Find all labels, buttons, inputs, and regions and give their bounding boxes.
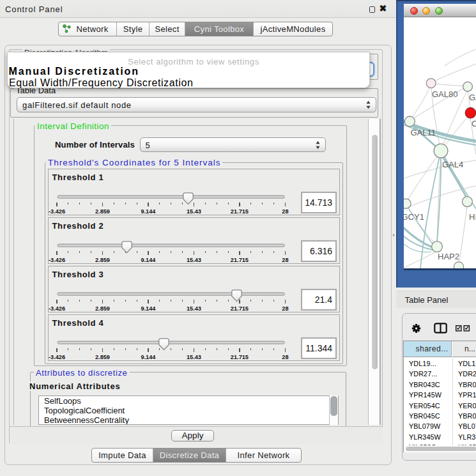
svg-text:2.859: 2.859 [95, 354, 110, 360]
svg-text:9.144: 9.144 [141, 354, 156, 360]
svg-text:28: 28 [282, 208, 288, 215]
svg-text:15.43: 15.43 [187, 305, 201, 312]
svg-text:-3.426: -3.426 [49, 257, 65, 263]
svg-text:9.144: 9.144 [141, 305, 156, 312]
svg-text:-3.426: -3.426 [49, 305, 65, 312]
svg-text:HAP2: HAP2 [438, 252, 459, 261]
svg-text:9.144: 9.144 [141, 208, 156, 215]
svg-text:15.43: 15.43 [187, 257, 201, 263]
svg-text:9.144: 9.144 [141, 257, 156, 263]
svg-text:GAL4: GAL4 [442, 160, 463, 169]
svg-text:15.43: 15.43 [187, 354, 201, 360]
svg-text:15.43: 15.43 [187, 208, 201, 215]
svg-text:-3.426: -3.426 [49, 208, 65, 215]
svg-text:2.859: 2.859 [95, 305, 110, 312]
svg-text:2.859: 2.859 [95, 208, 110, 215]
svg-text:21.715: 21.715 [231, 354, 249, 360]
svg-text:GA: GA [469, 93, 476, 102]
svg-text:C: C [472, 119, 476, 128]
svg-text:28: 28 [282, 305, 288, 312]
svg-text:GAL80: GAL80 [432, 89, 457, 99]
svg-text:2.859: 2.859 [95, 257, 110, 263]
svg-text:21.715: 21.715 [231, 305, 249, 312]
svg-text:21.715: 21.715 [231, 257, 249, 263]
svg-text:28: 28 [282, 354, 288, 360]
svg-text:28: 28 [282, 257, 288, 263]
svg-text:HI: HI [469, 212, 476, 222]
svg-text:GAL11: GAL11 [411, 128, 436, 137]
svg-text:-3.426: -3.426 [49, 354, 65, 360]
svg-text:21.715: 21.715 [231, 208, 249, 215]
svg-text:GCY1: GCY1 [404, 212, 424, 222]
